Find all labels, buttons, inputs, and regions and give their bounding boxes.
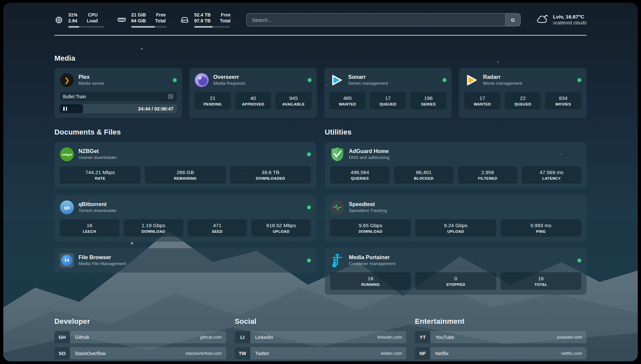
stat-box: 834 MOVIES — [545, 92, 581, 109]
bookmarks-social: Social LI LinkedIn linkedin.com TW Twitt… — [235, 317, 407, 361]
radarr-card[interactable]: Radarr Movie management 17 WANTED 22 QUE… — [459, 68, 587, 118]
portainer-title: Media Portainer — [349, 254, 395, 260]
search-provider-button[interactable]: G — [505, 14, 520, 26]
disk-total: 97.9 TB — [194, 18, 211, 24]
sonarr-subtitle: Series management — [348, 80, 388, 87]
nzbget-subtitle: Usenet downloader — [78, 154, 117, 161]
disk-label-top: Free — [221, 12, 231, 18]
bookmark-name: Netflix — [435, 351, 448, 356]
cpu-label-top: CPU — [88, 12, 98, 18]
bookmark-url: youtube.com — [557, 335, 582, 340]
filebrowser-subtitle: Media File Management — [78, 260, 126, 267]
radarr-subtitle: Movie management — [483, 80, 522, 87]
section-heading-utilities: Utilities — [325, 128, 587, 136]
stat-box: 945 AVAILABLE — [275, 92, 312, 109]
plex-card[interactable]: ❯ Plex Media server Bullet Train — [54, 68, 182, 118]
bookmark-twitter[interactable]: TW Twitter twitter.com — [235, 347, 407, 359]
bookmark-name: YouTube — [435, 335, 454, 340]
bookmark-abbr: SO — [54, 347, 70, 359]
system-stats: 31% 2.94 CPU Load — [54, 12, 230, 28]
nzbget-icon: nzbget — [60, 147, 74, 162]
stat-box: 39.6 TB DOWNLOADED — [230, 166, 311, 184]
memory-total: 64 GiB — [131, 18, 146, 24]
memory-label-bottom: Total — [155, 18, 166, 24]
plex-playback-time: 24:44 / 02:06:47 — [138, 104, 173, 113]
portainer-status-dot — [577, 258, 581, 262]
cpu-icon — [54, 15, 63, 24]
stat-box: 618.52 Mbps UPLOAD — [251, 219, 311, 237]
stat-box: 16 LEECH — [60, 219, 119, 237]
weather-condition: scattered clouds — [553, 20, 587, 26]
nzbget-card[interactable]: nzbget NZBGet Usenet downloader 744.21 M… — [54, 142, 316, 189]
stat-box: 0 STOPPED — [415, 272, 496, 290]
stat-box: 471 SEED — [188, 219, 247, 237]
bookmark-url: netflix.com — [561, 351, 582, 356]
speedtest-subtitle: Speedtest Tracking — [349, 207, 387, 214]
stat-box: 485 WANTED — [329, 92, 366, 109]
portainer-icon — [330, 253, 345, 268]
sonarr-title: Sonarr — [348, 74, 388, 80]
disk-progress-bar — [194, 26, 230, 28]
bookmark-url: linkedin.com — [377, 335, 402, 340]
session-type-icon — [168, 94, 173, 99]
bookmark-netflix[interactable]: NF Netflix netflix.com — [415, 347, 587, 359]
cloud-icon — [536, 14, 548, 25]
bookmark-github[interactable]: GH Github github.com — [54, 331, 226, 343]
memory-progress-bar — [131, 26, 167, 28]
bookmark-abbr: GH — [54, 331, 70, 343]
adguard-subtitle: DNS and adblocking — [349, 154, 389, 161]
plex-status-dot — [173, 78, 177, 82]
stat-box: 47.569 ms LATENCY — [522, 166, 581, 184]
weather-widget[interactable]: Lviv, 16.87°C scattered clouds — [536, 14, 587, 26]
dashboard-window: 31% 2.94 CPU Load — [3, 3, 638, 361]
filebrowser-card[interactable]: File Browser Media File Management — [54, 248, 316, 273]
cpu-progress-bar — [68, 26, 104, 28]
adguard-icon — [330, 147, 345, 162]
disk-label-bottom: Total — [220, 18, 230, 24]
bookmark-linkedin[interactable]: LI LinkedIn linkedin.com — [235, 331, 407, 343]
qbittorrent-card[interactable]: qb qBittorrent Torrent downloader 16 LEE… — [54, 195, 316, 242]
qbittorrent-icon: qb — [60, 200, 74, 215]
stat-box: 40 APPROVED — [235, 92, 271, 109]
stat-box: 21 PENDING — [195, 92, 231, 109]
filebrowser-status-dot — [307, 258, 311, 262]
plex-now-playing: Bullet Train — [60, 92, 177, 101]
stat-box: 9.65 Gbps DOWNLOAD — [330, 219, 411, 237]
adguard-card[interactable]: AdGuard Home DNS and adblocking 498,564 … — [325, 142, 587, 189]
speedtest-icon — [330, 200, 345, 215]
stat-box: 17 WANTED — [464, 92, 501, 109]
bookmark-stackoverflow[interactable]: SO StackOverflow stackoverflow.com — [54, 347, 226, 359]
bookmarks-entertainment: Entertainment YT YouTube youtube.com NF … — [415, 317, 587, 361]
overseerr-icon — [195, 73, 209, 87]
stat-box: 86,401 BLOCKED — [394, 166, 454, 184]
bookmark-abbr: YT — [415, 331, 430, 343]
radarr-status-dot — [577, 78, 581, 82]
bookmark-name: Twitter — [255, 351, 269, 356]
memory-widget: 21 GiB 64 GiB Free Total — [117, 12, 167, 28]
overseerr-card[interactable]: Overseerr Media Requests 21 PENDING 40 A… — [189, 68, 317, 118]
cpu-percent: 31% — [68, 12, 77, 18]
speedtest-card[interactable]: Speedtest Speedtest Tracking 9.65 Gbps D… — [325, 195, 587, 242]
plex-title: Plex — [78, 74, 104, 80]
stat-box: 498,564 QUERIES — [330, 166, 390, 184]
section-heading-social: Social — [235, 317, 407, 326]
memory-icon — [117, 15, 126, 24]
pause-icon[interactable] — [63, 107, 67, 111]
portainer-card[interactable]: Media Portainer Container management 16 … — [325, 248, 587, 295]
section-heading-developer: Developer — [54, 317, 226, 326]
adguard-title: AdGuard Home — [349, 148, 389, 154]
stat-box: 22 QUEUED — [505, 92, 541, 109]
disk-free: 52.4 TB — [194, 12, 211, 18]
bookmark-youtube[interactable]: YT YouTube youtube.com — [415, 331, 587, 343]
filebrowser-icon — [60, 253, 74, 268]
filebrowser-title: File Browser — [78, 254, 126, 260]
cpu-widget: 31% 2.94 CPU Load — [54, 12, 104, 28]
weather-location-temp: Lviv, 16.87°C — [553, 14, 587, 20]
plex-now-playing-title: Bullet Train — [63, 94, 86, 99]
sonarr-card[interactable]: Sonarr Series management 485 WANTED 17 Q… — [324, 68, 452, 118]
search-input[interactable] — [247, 14, 505, 26]
bookmark-abbr: NF — [415, 347, 430, 359]
stat-box: 266 GB REMAINING — [145, 166, 226, 184]
search-bar: G — [246, 13, 521, 26]
nzbget-title: NZBGet — [78, 148, 117, 154]
